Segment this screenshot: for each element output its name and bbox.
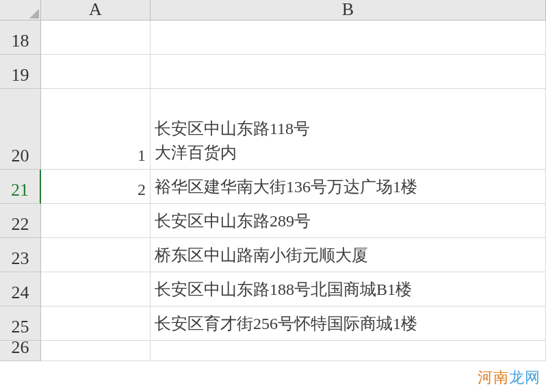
cell-B[interactable]: 长安区中山东路289号: [151, 204, 546, 238]
cell-B[interactable]: 桥东区中山路南小街元顺大厦: [151, 238, 546, 272]
cell-A[interactable]: 2: [41, 170, 151, 204]
select-all-corner[interactable]: [0, 0, 41, 21]
cell-A[interactable]: [41, 204, 151, 238]
cell-B[interactable]: [151, 55, 546, 89]
row-header[interactable]: 25: [0, 306, 41, 341]
row-header[interactable]: 26: [0, 341, 41, 361]
column-header-B[interactable]: B: [151, 0, 546, 21]
row-header[interactable]: 20: [0, 89, 41, 170]
row-header[interactable]: 19: [0, 55, 41, 89]
cell-B[interactable]: 裕华区建华南大街136号万达广场1楼: [151, 170, 546, 204]
cell-A[interactable]: 1: [41, 89, 151, 170]
cell-A[interactable]: [41, 21, 151, 55]
cell-A[interactable]: [41, 55, 151, 89]
cell-B[interactable]: 长安区育才街256号怀特国际商城1楼: [151, 306, 546, 341]
cell-B[interactable]: 长安区中山东路118号 大洋百货内: [151, 89, 546, 170]
watermark-part1: 河南: [478, 369, 509, 386]
row-header[interactable]: 21: [0, 170, 41, 204]
row-header[interactable]: 23: [0, 238, 41, 272]
cell-B[interactable]: [151, 341, 546, 361]
watermark: 河南龙网: [478, 367, 541, 388]
cell-B[interactable]: [151, 21, 546, 55]
row-header[interactable]: 22: [0, 204, 41, 238]
row-header[interactable]: 24: [0, 272, 41, 306]
svg-marker-0: [29, 9, 39, 18]
cell-A[interactable]: [41, 272, 151, 306]
column-header-A[interactable]: A: [41, 0, 151, 21]
cell-A[interactable]: [41, 306, 151, 341]
cell-A[interactable]: [41, 238, 151, 272]
cell-A[interactable]: [41, 341, 151, 361]
row-header[interactable]: 18: [0, 21, 41, 55]
cell-B[interactable]: 长安区中山东路188号北国商城B1楼: [151, 272, 546, 306]
spreadsheet-grid: A B 18 19 20 1 长安区中山东路118号 大洋百货内 21 2 裕华…: [0, 0, 546, 361]
select-all-triangle-icon: [29, 9, 39, 18]
watermark-part2: 龙网: [509, 369, 541, 386]
